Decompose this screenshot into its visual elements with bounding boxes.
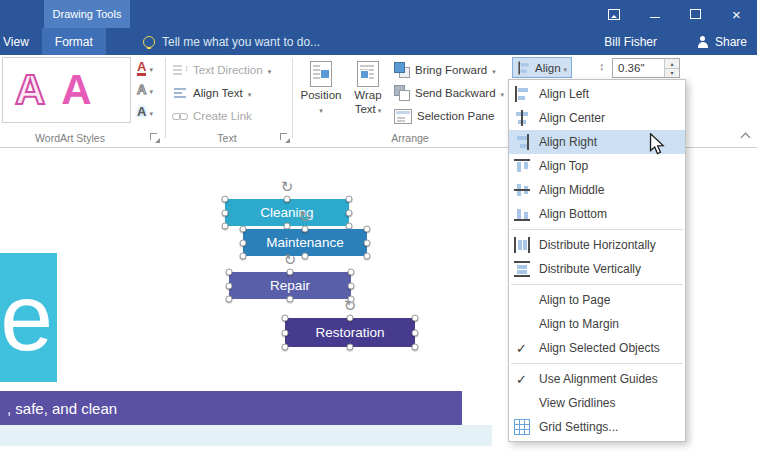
- tab-format[interactable]: Format: [42, 28, 106, 55]
- selection-handle[interactable]: [412, 315, 419, 322]
- signed-in-user[interactable]: Bill Fisher: [604, 28, 657, 55]
- tab-view[interactable]: View: [0, 28, 42, 55]
- wrap-text-button[interactable]: Wrap Text: [345, 57, 391, 133]
- restore-button[interactable]: [675, 0, 716, 28]
- menu-item-align-to-page[interactable]: Align to Page: [509, 288, 685, 312]
- menu-item-align-bottom[interactable]: Align Bottom: [509, 202, 685, 226]
- shape-repair[interactable]: Repair↻: [229, 272, 351, 299]
- selection-handle[interactable]: [302, 226, 309, 233]
- selection-handle[interactable]: [346, 196, 353, 203]
- rotate-handle-icon[interactable]: ↻: [284, 252, 297, 267]
- checkmark-icon: [514, 371, 530, 387]
- text-outline-icon: A: [137, 84, 146, 96]
- text-dialog-launcher-icon[interactable]: [280, 133, 290, 143]
- close-button[interactable]: ×: [716, 0, 757, 28]
- send-backward-button[interactable]: Send Backward: [394, 82, 504, 103]
- rotate-handle-icon[interactable]: ↻: [281, 179, 294, 194]
- chevron-down-icon: [248, 87, 252, 99]
- menu-item-align-top[interactable]: Align Top: [509, 154, 685, 178]
- selection-handle[interactable]: [364, 253, 371, 260]
- selection-handle[interactable]: [282, 329, 289, 336]
- selection-handle[interactable]: [348, 282, 355, 289]
- spinner-down-icon[interactable]: [665, 69, 679, 78]
- shape-height-field[interactable]: 0.36": [612, 58, 680, 78]
- selection-pane-button[interactable]: Selection Pane: [394, 105, 494, 126]
- menu-item-grid-settings[interactable]: Grid Settings...: [509, 415, 685, 439]
- selection-handle[interactable]: [226, 269, 233, 276]
- spinner-up-icon[interactable]: [665, 59, 679, 69]
- menu-item-distribute-vertically[interactable]: Distribute Vertically: [509, 257, 685, 281]
- wrap-text-icon: [357, 61, 379, 87]
- menu-item-align-left[interactable]: Align Left: [509, 82, 685, 106]
- ribbon-display-options-button[interactable]: [593, 0, 634, 28]
- collapse-ribbon-icon[interactable]: [741, 131, 751, 141]
- selection-handle[interactable]: [287, 269, 294, 276]
- chevron-down-icon: [149, 84, 153, 96]
- selection-handle[interactable]: [287, 296, 294, 303]
- close-icon: ×: [732, 7, 741, 22]
- wordart-group-label: WordArt Styles: [10, 132, 130, 144]
- selection-handle[interactable]: [226, 296, 233, 303]
- selection-handle[interactable]: [222, 196, 229, 203]
- selection-handle[interactable]: [284, 196, 291, 203]
- selection-handle[interactable]: [222, 223, 229, 230]
- menu-item-label: Align Selected Objects: [539, 341, 660, 355]
- shape-maintenance[interactable]: Maintenance↻: [243, 229, 367, 256]
- text-effects-button[interactable]: A: [137, 102, 163, 122]
- selection-handle[interactable]: [347, 344, 354, 351]
- selection-handle[interactable]: [364, 239, 371, 246]
- create-link-button[interactable]: Create Link: [172, 105, 252, 126]
- chevron-down-icon: [149, 106, 153, 118]
- menu-item-view-gridlines[interactable]: View Gridlines: [509, 391, 685, 415]
- menu-icon-placeholder: [514, 395, 530, 411]
- selection-handle[interactable]: [346, 209, 353, 216]
- rotate-handle-icon[interactable]: ↻: [344, 298, 357, 313]
- menu-item-distribute-horizontally[interactable]: Distribute Horizontally: [509, 233, 685, 257]
- selection-handle[interactable]: [412, 344, 419, 351]
- selection-handle[interactable]: [222, 209, 229, 216]
- lightbulb-icon: [143, 36, 155, 48]
- wordart-style-outline[interactable]: A: [15, 66, 45, 114]
- menu-item-align-middle[interactable]: Align Middle: [509, 178, 685, 202]
- title-text-block[interactable]: e: [0, 253, 57, 382]
- position-button[interactable]: Position: [298, 57, 344, 133]
- selection-handle[interactable]: [364, 226, 371, 233]
- text-outline-button[interactable]: A: [137, 80, 163, 100]
- selection-handle[interactable]: [240, 226, 247, 233]
- wordart-style-fill[interactable]: A: [61, 66, 91, 114]
- menu-item-use-alignment-guides[interactable]: Use Alignment Guides: [509, 367, 685, 391]
- subtitle-banner[interactable]: , safe, and clean: [0, 391, 462, 425]
- tell-me-box[interactable]: Tell me what you want to do...: [143, 28, 320, 55]
- selection-handle[interactable]: [226, 282, 233, 289]
- wordart-styles-gallery[interactable]: A A: [2, 57, 131, 123]
- selection-handle[interactable]: [240, 253, 247, 260]
- selection-handle[interactable]: [302, 253, 309, 260]
- content-strip: [0, 425, 492, 446]
- shape-height-value[interactable]: 0.36": [613, 59, 664, 77]
- shape-cleaning[interactable]: Cleaning↻: [225, 199, 349, 226]
- text-fill-button[interactable]: A: [137, 58, 163, 78]
- selection-handle[interactable]: [282, 315, 289, 322]
- chevron-down-icon: [564, 62, 568, 74]
- menu-item-align-right[interactable]: Align Right: [509, 130, 685, 154]
- menu-item-align-selected-objects[interactable]: Align Selected Objects: [509, 336, 685, 360]
- align-button[interactable]: Align: [512, 57, 572, 78]
- selection-handle[interactable]: [240, 239, 247, 246]
- selection-handle[interactable]: [412, 329, 419, 336]
- wordart-dialog-launcher-icon[interactable]: [150, 133, 160, 143]
- rotate-handle-icon[interactable]: ↻: [299, 209, 312, 224]
- minimize-button[interactable]: [634, 0, 675, 28]
- shape-restoration[interactable]: Restoration↻: [285, 318, 415, 347]
- align-text-icon: [172, 85, 188, 101]
- menu-item-align-to-margin[interactable]: Align to Margin: [509, 312, 685, 336]
- bring-forward-button[interactable]: Bring Forward: [394, 59, 496, 80]
- selection-handle[interactable]: [347, 315, 354, 322]
- selection-handle[interactable]: [282, 344, 289, 351]
- text-direction-button[interactable]: Text Direction: [172, 59, 271, 80]
- menu-item-align-center[interactable]: Align Center: [509, 106, 685, 130]
- selection-handle[interactable]: [348, 269, 355, 276]
- align-text-button[interactable]: Align Text: [172, 82, 251, 103]
- bring-forward-icon: [394, 62, 410, 78]
- align-center-icon: [514, 110, 530, 126]
- share-button[interactable]: Share: [697, 28, 747, 55]
